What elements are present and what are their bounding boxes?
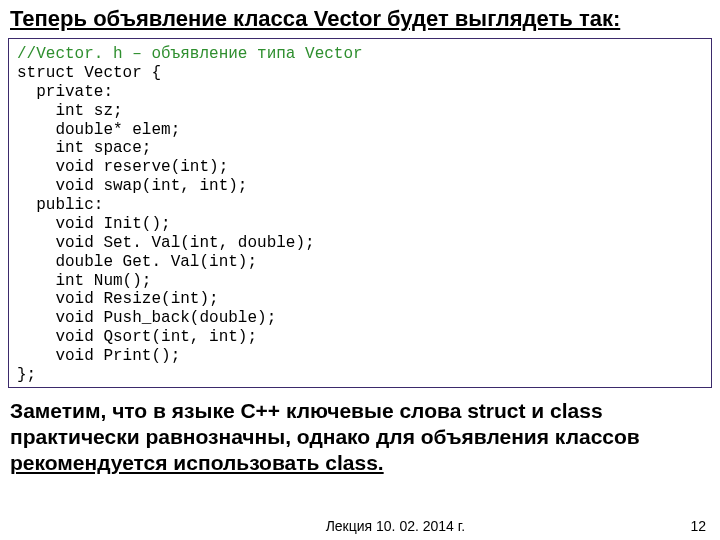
note-prefix: Заметим, что в языке С++ ключевые слова …	[10, 399, 640, 448]
footer-page-number: 12	[690, 518, 706, 534]
code-box: //Vector. h – объявление типа Vector str…	[8, 38, 712, 388]
slide: Теперь объявление класса Vector будет вы…	[0, 0, 720, 540]
slide-note: Заметим, что в языке С++ ключевые слова …	[0, 394, 720, 477]
code-body: struct Vector { private: int sz; double*…	[17, 64, 315, 384]
code-comment: //Vector. h – объявление типа Vector	[17, 45, 363, 63]
slide-heading: Теперь объявление класса Vector будет вы…	[0, 0, 720, 36]
footer-lecture: Лекция 10. 02. 2014 г.	[326, 518, 465, 534]
note-underlined: рекомендуется использовать class.	[10, 451, 384, 474]
